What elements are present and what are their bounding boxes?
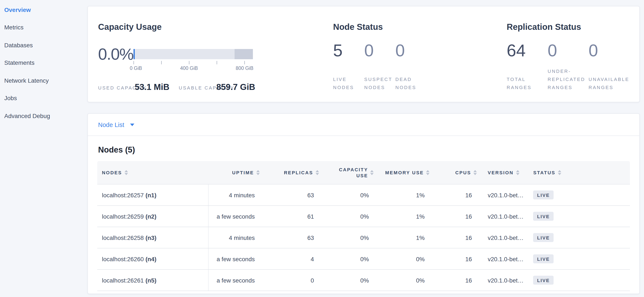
node-list-dropdown[interactable]: Node List	[88, 114, 639, 136]
table-row-n5[interactable]: localhost:26261(n5) a few seconds 0 0% 0…	[97, 270, 630, 291]
node-address-cell[interactable]: localhost:26260(n4)	[97, 249, 208, 269]
memory-use-cell: 1%	[374, 206, 430, 227]
capacity-use-cell: 0%	[319, 185, 374, 205]
version-cell: v20.1.0-bet…	[477, 206, 529, 227]
sidebar-item-advanced-debug[interactable]: Advanced Debug	[0, 107, 83, 125]
cpus-cell: 16	[430, 249, 477, 269]
status-cell: LIVE	[529, 270, 630, 291]
capacity-usage-section: Capacity Usage 0.0%	[98, 22, 324, 63]
axis-label-0: 0 GiB	[130, 66, 142, 71]
total-ranges-label: TOTAL RANGES	[507, 75, 542, 92]
cpus-cell: 16	[430, 270, 477, 291]
cpus-cell: 16	[430, 185, 477, 205]
sort-icon	[256, 170, 260, 175]
usable-capacity: USABLE CAPACITY 859.7 GiB	[179, 82, 255, 92]
column-header-capacity-use[interactable]: CAPACITY USE	[319, 167, 374, 179]
used-capacity-label: USED CAPACITY	[98, 84, 132, 92]
suspect-nodes-stat: 0 SUSPECT NODES	[364, 41, 391, 92]
live-nodes-label: LIVE NODES	[333, 75, 360, 92]
version-cell: v20.1.0-bet…	[477, 185, 529, 205]
table-row-n1[interactable]: localhost:26257(n1) 4 minutes 63 0% 1% 1…	[97, 185, 630, 206]
under-replicated-label: UNDER-REPLICATED RANGES	[548, 67, 584, 92]
node-list-card: Node List Nodes (5) NODES UPTIME REPLICA…	[88, 113, 640, 294]
status-badge: LIVE	[533, 212, 554, 221]
status-cell: LIVE	[529, 185, 630, 205]
status-badge: LIVE	[533, 233, 554, 242]
uptime-cell: a few seconds	[208, 270, 260, 291]
cluster-summary-card: Capacity Usage 0.0%	[88, 6, 640, 102]
capacity-bar-used	[134, 49, 135, 59]
memory-use-cell: 0%	[374, 270, 430, 291]
column-header-nodes[interactable]: NODES	[97, 170, 208, 176]
used-capacity-value: 53.1 MiB	[135, 82, 169, 92]
sidebar-item-network-latency[interactable]: Network Latency	[0, 72, 83, 89]
total-ranges-value: 64	[507, 41, 542, 59]
memory-use-cell: 0%	[374, 249, 430, 269]
replicas-cell: 4	[260, 249, 319, 269]
uptime-cell: 4 minutes	[208, 227, 260, 248]
main-content: Capacity Usage 0.0%	[88, 6, 640, 294]
live-nodes-value: 5	[333, 41, 360, 59]
sidebar-item-metrics[interactable]: Metrics	[0, 18, 83, 36]
dead-nodes-label: DEAD NODES	[395, 75, 422, 92]
used-capacity: USED CAPACITY 53.1 MiB	[98, 82, 169, 92]
memory-use-cell: 1%	[374, 185, 430, 205]
capacity-details: USED CAPACITY 53.1 MiB USABLE CAPACITY 8…	[98, 82, 255, 92]
column-header-memory-use[interactable]: MEMORY USE	[374, 170, 430, 176]
cockroachdb-overview-page: Overview Metrics Databases Statements Ne…	[0, 0, 644, 297]
capacity-use-cell: 0%	[319, 206, 374, 227]
capacity-bar-chart: 0 GiB 400 GiB 800 GiB	[134, 49, 253, 59]
cpus-cell: 16	[430, 206, 477, 227]
axis-label-400: 400 GiB	[180, 66, 198, 71]
status-cell: LIVE	[529, 249, 630, 269]
replication-status-title: Replication Status	[507, 22, 634, 32]
node-address-cell[interactable]: localhost:26261(n5)	[97, 270, 208, 291]
replication-status-section: Replication Status 64 TOTAL RANGES 0 UND…	[507, 22, 634, 92]
sort-icon	[315, 170, 319, 175]
axis-label-800: 800 GiB	[236, 66, 253, 71]
column-header-cpus[interactable]: CPUS	[430, 170, 477, 176]
capacity-bar-dark	[235, 49, 253, 59]
under-replicated-value: 0	[548, 41, 584, 59]
column-header-replicas[interactable]: REPLICAS	[260, 170, 319, 176]
column-header-uptime[interactable]: UPTIME	[208, 170, 260, 176]
sidebar-item-overview[interactable]: Overview	[0, 1, 83, 18]
node-status-title: Node Status	[333, 22, 495, 32]
nodes-body: Nodes (5) NODES UPTIME REPLICAS CAPACITY…	[88, 145, 639, 291]
sidebar: Overview Metrics Databases Statements Ne…	[0, 0, 83, 297]
suspect-nodes-value: 0	[364, 41, 391, 59]
memory-use-cell: 1%	[374, 227, 430, 248]
live-nodes-stat: 5 LIVE NODES	[333, 41, 360, 92]
column-header-status[interactable]: STATUS	[529, 170, 630, 176]
capacity-use-cell: 0%	[319, 227, 374, 248]
sidebar-item-databases[interactable]: Databases	[0, 36, 83, 54]
sidebar-item-jobs[interactable]: Jobs	[0, 89, 83, 107]
usable-capacity-value: 859.7 GiB	[216, 82, 255, 92]
column-header-version[interactable]: VERSION	[477, 170, 529, 176]
nodes-heading: Nodes (5)	[98, 145, 639, 155]
total-ranges-stat: 64 TOTAL RANGES	[507, 41, 542, 92]
sort-icon	[124, 170, 128, 175]
caret-down-icon	[130, 123, 134, 126]
node-status-section: Node Status 5 LIVE NODES 0 SUSPECT NODES…	[333, 22, 495, 92]
table-header-row: NODES UPTIME REPLICAS CAPACITY USE MEMOR…	[97, 161, 630, 185]
sidebar-item-statements[interactable]: Statements	[0, 54, 83, 72]
sort-icon	[473, 170, 477, 175]
table-row-n4[interactable]: localhost:26260(n4) a few seconds 4 0% 0…	[97, 249, 630, 270]
nodes-table: NODES UPTIME REPLICAS CAPACITY USE MEMOR…	[97, 161, 630, 291]
version-cell: v20.1.0-bet…	[477, 270, 529, 291]
table-row-n3[interactable]: localhost:26258(n3) 4 minutes 63 0% 1% 1…	[97, 227, 630, 249]
status-badge: LIVE	[533, 276, 554, 285]
node-address-cell[interactable]: localhost:26259(n2)	[97, 206, 208, 227]
replicas-cell: 63	[260, 227, 319, 248]
capacity-axis-ticks	[134, 61, 253, 64]
unavailable-ranges-stat: 0 UNAVAILABLE RANGES	[588, 41, 631, 92]
uptime-cell: 4 minutes	[208, 185, 260, 205]
uptime-cell: a few seconds	[208, 206, 260, 227]
status-badge: LIVE	[533, 254, 554, 263]
capacity-bar	[134, 49, 253, 59]
sort-icon	[516, 170, 520, 175]
node-address-cell[interactable]: localhost:26257(n1)	[97, 185, 208, 205]
node-address-cell[interactable]: localhost:26258(n3)	[97, 227, 208, 248]
table-row-n2[interactable]: localhost:26259(n2) a few seconds 61 0% …	[97, 206, 630, 227]
